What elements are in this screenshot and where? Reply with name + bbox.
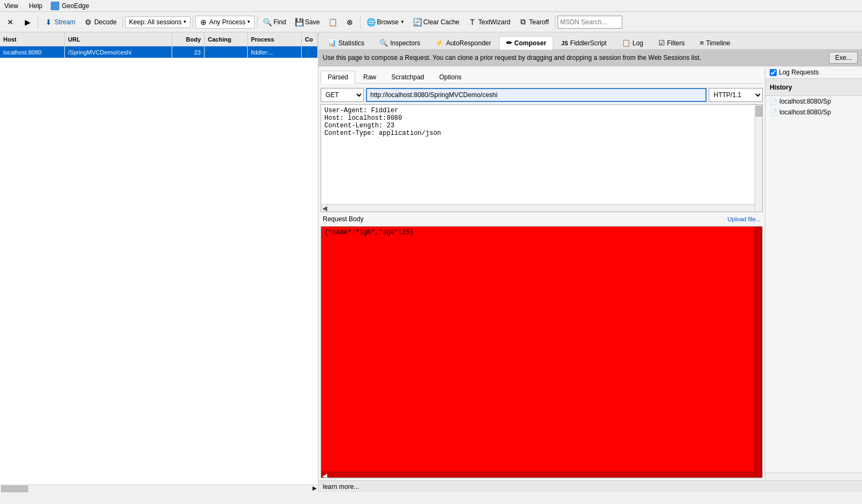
back-icon: ▶: [23, 18, 32, 26]
sessions-scroll-right[interactable]: ▶: [313, 485, 317, 491]
subtab-options[interactable]: Options: [432, 71, 469, 83]
tab-autoresponder[interactable]: ⚡ AutoResponder: [428, 36, 498, 49]
decode-icon: ⚙: [84, 18, 93, 26]
history-scrollbar[interactable]: [765, 473, 862, 480]
tab-filters[interactable]: ☑ Filters: [651, 36, 692, 49]
clear-cache-label: Clear Cache: [423, 18, 459, 26]
execute-button[interactable]: Exe...: [829, 52, 858, 64]
textwizard-icon: T: [468, 18, 477, 26]
back-button[interactable]: ▶: [19, 16, 36, 29]
col-header-body: Body: [172, 32, 205, 46]
inspectors-icon: 🔍: [379, 39, 388, 47]
tab-inspectors[interactable]: 🔍 Inspectors: [372, 36, 427, 49]
stop-button[interactable]: ⊗: [342, 16, 358, 29]
stream-label: Stream: [55, 18, 76, 26]
request-body-label: Request Body: [323, 215, 363, 223]
process-icon: ⊕: [199, 18, 208, 26]
protocol-select[interactable]: HTTP/1.1 HTTP/2: [709, 88, 763, 102]
find-button[interactable]: 🔍 Find: [260, 16, 290, 29]
tearoff-icon: ⧉: [519, 18, 527, 26]
cell-url: /SpringMVCDemo/ceshi: [65, 46, 172, 58]
browse-icon: 🌐: [366, 18, 375, 26]
subtab-scratchpad[interactable]: Scratchpad: [384, 71, 431, 83]
tab-timeline[interactable]: ≡ Timeline: [693, 36, 737, 49]
msdn-search-input[interactable]: [558, 16, 622, 29]
sessions-scrollbar[interactable]: ▶: [0, 485, 318, 492]
history-items: 📄 localhost:8080/Sp 📄 localhost:8080/Sp: [765, 96, 862, 473]
headers-scroll-thumb[interactable]: [756, 106, 762, 117]
url-input[interactable]: [366, 88, 707, 102]
subtab-parsed[interactable]: Parsed: [321, 71, 355, 84]
process-arrow: ▼: [247, 19, 251, 24]
tab-autoresponder-label: AutoResponder: [446, 39, 491, 47]
table-row[interactable]: localhost:8080 /SpringMVCDemo/ceshi 23 f…: [0, 46, 318, 58]
close-icon: ✕: [6, 18, 15, 26]
save-label: Save: [305, 18, 320, 26]
sep1: [38, 16, 38, 29]
sep2: [123, 16, 123, 29]
tab-log[interactable]: 📋 Log: [615, 36, 650, 49]
menu-view[interactable]: View: [2, 1, 21, 11]
hscroll-left-icon[interactable]: ◀: [322, 205, 327, 212]
request-body-row: Request Body Upload file...: [321, 214, 763, 224]
copy-button[interactable]: 📋: [324, 16, 341, 29]
log-requests-checkbox[interactable]: [770, 69, 777, 76]
cell-co: [302, 46, 318, 58]
body-textarea[interactable]: [321, 227, 755, 470]
toolbar: ✕ ▶ ⬇ Stream ⚙ Decode Keep: All sessions…: [0, 12, 862, 32]
tearoff-button[interactable]: ⧉ Tearoff: [515, 16, 552, 29]
body-vscrollbar[interactable]: [755, 227, 762, 478]
cell-process: fiddler:...: [248, 46, 302, 58]
decode-button[interactable]: ⚙ Decode: [80, 16, 120, 29]
tab-inspectors-label: Inspectors: [390, 39, 420, 47]
tab-log-label: Log: [633, 39, 643, 47]
menu-help[interactable]: Help: [27, 1, 45, 11]
geoedge-icon: [51, 2, 59, 10]
textwizard-button[interactable]: T TextWizard: [464, 16, 514, 29]
tab-composer[interactable]: ✏ Composer: [499, 36, 553, 50]
subtab-raw[interactable]: Raw: [356, 71, 383, 83]
sep4: [257, 16, 257, 29]
log-requests-label: Log Requests: [779, 69, 819, 76]
hscroll-arrows: ◀ ▶: [321, 205, 762, 212]
stream-button[interactable]: ⬇ Stream: [40, 16, 79, 29]
upload-file-link[interactable]: Upload file...: [728, 216, 761, 222]
body-hscroll-left-icon[interactable]: ◀: [322, 472, 327, 479]
filters-icon: ☑: [659, 39, 665, 47]
list-item[interactable]: 📄 localhost:8080/Sp: [765, 96, 862, 107]
clear-cache-button[interactable]: 🔄 Clear Cache: [409, 16, 463, 29]
info-text: Use this page to compose a Request. You …: [323, 54, 829, 62]
headers-vscrollbar[interactable]: [755, 105, 762, 212]
textwizard-label: TextWizard: [478, 18, 510, 26]
save-icon: 💾: [295, 18, 303, 26]
save-button[interactable]: 💾 Save: [291, 16, 323, 29]
browse-button[interactable]: 🌐 Browse ▼: [363, 16, 408, 29]
history-item-icon-0: 📄: [770, 98, 777, 105]
find-icon: 🔍: [263, 18, 272, 26]
col-header-url: URL: [65, 32, 172, 46]
right-panel: 📊 Statistics 🔍 Inspectors ⚡ AutoResponde…: [318, 32, 862, 492]
tab-timeline-label: Timeline: [706, 39, 730, 47]
stream-icon: ⬇: [44, 18, 53, 26]
decode-label: Decode: [94, 18, 117, 26]
process-dropdown[interactable]: ⊕ Any Process ▼: [195, 16, 254, 29]
col-header-co: Co: [302, 32, 318, 46]
list-item[interactable]: 📄 localhost:8080/Sp: [765, 107, 862, 118]
composer-icon: ✏: [506, 39, 512, 47]
headers-textarea[interactable]: [321, 105, 762, 204]
method-select[interactable]: GET POST PUT DELETE: [321, 88, 364, 102]
body-hscrollbar[interactable]: ◀ ▶: [321, 472, 762, 478]
headers-hscrollbar[interactable]: ◀ ▶: [321, 204, 762, 212]
geoedge-label: GeoEdge: [62, 2, 89, 10]
sessions-header: Host URL Body Caching Process Co: [0, 32, 318, 46]
cell-host: localhost:8080: [0, 46, 65, 58]
main-layout: Host URL Body Caching Process Co localho…: [0, 32, 862, 492]
keep-dropdown[interactable]: Keep: All sessions ▼: [125, 16, 191, 28]
tab-fiddlerscript[interactable]: JS FiddlerScript: [554, 37, 614, 49]
sub-tab-bar: Parsed Raw Scratchpad Options: [321, 69, 763, 84]
sep6: [555, 16, 555, 29]
statistics-icon: 📊: [328, 39, 336, 47]
tab-statistics[interactable]: 📊 Statistics: [321, 36, 371, 49]
autoresponder-icon: ⚡: [435, 39, 444, 47]
close-button[interactable]: ✕: [2, 16, 18, 29]
